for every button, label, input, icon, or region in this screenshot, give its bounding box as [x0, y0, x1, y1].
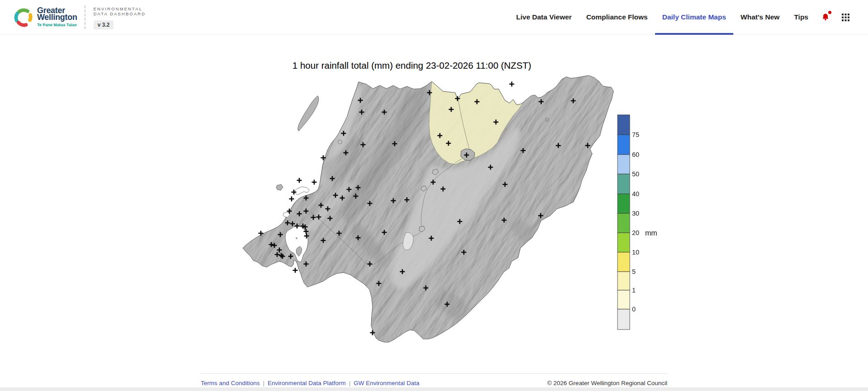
footer-link-env-data-platform[interactable]: Environmental Data Platform — [268, 380, 346, 386]
legend-tick-label: 10 — [632, 249, 639, 256]
app-header: Greater Wellington Te Pane Matua Taiao E… — [0, 0, 868, 35]
legend-tick-label: 40 — [632, 190, 639, 198]
product-line1: ENVIRONMENTAL — [94, 6, 146, 11]
legend-segment — [618, 194, 630, 213]
page-footer: Terms and Conditions|Environmental Data … — [0, 373, 868, 386]
legend-segment — [618, 115, 630, 135]
legend-segment — [618, 213, 630, 233]
rainfall-map: 75605040302010510mm — [199, 72, 669, 349]
notifications-button[interactable] — [816, 0, 835, 35]
legend-tick-label: 0 — [632, 306, 636, 313]
header-divider — [85, 5, 85, 29]
legend-tick-label: 75 — [632, 131, 639, 138]
main-nav: Live Data Viewer Compliance Flows Daily … — [509, 0, 868, 35]
offshore-islands — [276, 96, 319, 190]
brand-text: Greater Wellington Te Pane Matua Taiao — [37, 7, 77, 27]
legend-tick-label: 5 — [632, 268, 636, 275]
version-badge: v 3.2 — [94, 20, 114, 29]
footer-copyright: © 2026 Greater Wellington Regional Counc… — [547, 380, 667, 386]
apps-menu-button[interactable] — [835, 0, 855, 35]
rainfall-legend: 75605040302010510mm — [618, 115, 657, 330]
footer-links: Terms and Conditions|Environmental Data … — [201, 380, 420, 386]
product-title: ENVIRONMENTAL DATA DASHBOARD v 3.2 — [94, 5, 146, 29]
brand-line2: Wellington — [37, 14, 77, 21]
legend-unit-label: mm — [645, 229, 657, 237]
apps-grid-icon — [842, 14, 849, 21]
brand-logo[interactable]: Greater Wellington Te Pane Matua Taiao — [14, 7, 77, 28]
footer-link-gw-env-data[interactable]: GW Environmental Data — [354, 380, 420, 386]
nav-item-daily-climate-maps[interactable]: Daily Climate Maps — [655, 0, 733, 35]
footer-link-terms[interactable]: Terms and Conditions — [201, 380, 260, 386]
legend-segment — [618, 155, 630, 174]
footer-separator: | — [263, 380, 265, 386]
product-line2: DATA DASHBOARD — [94, 11, 146, 16]
legend-segment — [618, 272, 630, 290]
legend-segment — [618, 309, 630, 330]
bottom-strip — [0, 387, 868, 391]
nav-item-compliance-flows[interactable]: Compliance Flows — [579, 0, 655, 35]
notification-dot — [828, 11, 831, 14]
legend-segment — [618, 135, 630, 155]
map-title: 1 hour rainfall total (mm) ending 23-02-… — [292, 60, 531, 71]
footer-separator: | — [349, 380, 351, 386]
nav-item-tips[interactable]: Tips — [787, 0, 816, 35]
land-shape — [199, 72, 669, 349]
legend-segment — [618, 252, 630, 272]
legend-tick-label: 50 — [632, 170, 639, 178]
gw-swirl-icon — [14, 8, 33, 28]
legend-tick-label: 1 — [632, 287, 636, 294]
legend-segment — [618, 233, 630, 252]
legend-segment — [618, 290, 630, 309]
brand-tagline: Te Pane Matua Taiao — [37, 23, 77, 27]
nav-item-whats-new[interactable]: What's New — [733, 0, 787, 35]
legend-tick-label: 30 — [632, 210, 639, 217]
legend-tick-label: 60 — [632, 151, 639, 158]
legend-segment — [618, 174, 630, 194]
nav-item-live-data-viewer[interactable]: Live Data Viewer — [509, 0, 579, 35]
legend-tick-label: 20 — [632, 229, 639, 236]
page: Greater Wellington Te Pane Matua Taiao E… — [0, 0, 868, 391]
